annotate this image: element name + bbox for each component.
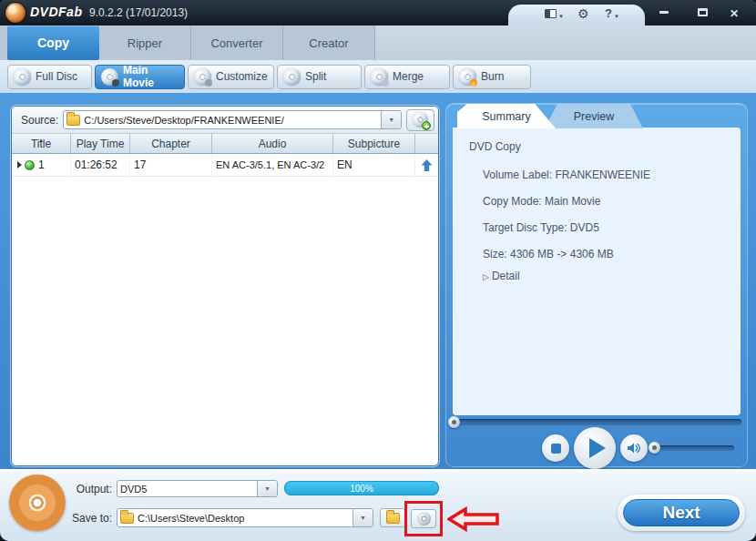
summary-content: DVD Copy Volume Label: FRANKENWEENIE Cop… xyxy=(453,128,741,415)
skin-menu-button[interactable] xyxy=(545,7,564,19)
expand-row-icon[interactable] xyxy=(17,161,22,168)
wrench-accent-icon xyxy=(205,79,212,87)
sort-ascending-icon xyxy=(38,132,44,145)
progress-value: 100% xyxy=(350,484,373,494)
open-folder-icon xyxy=(386,513,400,524)
play-button[interactable] xyxy=(574,427,616,469)
app-version: 9.0.2.2 (17/01/2013) xyxy=(89,6,188,19)
close-icon xyxy=(730,5,739,21)
disc-type-line: Target Disc Type: DVD5 xyxy=(483,221,599,234)
source-dropdown-button[interactable] xyxy=(381,111,401,128)
tab-preview[interactable]: Preview xyxy=(545,104,643,128)
annotation-highlight-box xyxy=(404,501,443,536)
disc-wrench-icon xyxy=(194,68,211,86)
gear-icon xyxy=(577,5,589,22)
close-button[interactable] xyxy=(722,5,746,19)
volume-button[interactable] xyxy=(620,434,648,462)
titlebar: DVDFab 9.0.2.2 (17/01/2013) ? xyxy=(0,0,756,26)
volume-slider[interactable] xyxy=(654,445,734,451)
stop-button[interactable] xyxy=(542,434,569,462)
mode-split-button[interactable]: Split xyxy=(277,65,362,89)
skin-icon xyxy=(545,9,557,18)
help-menu-button[interactable]: ? xyxy=(605,7,619,19)
mode-toolbar: Full Disc Main Movie Customize Split Mer… xyxy=(0,60,756,93)
disc-film-icon xyxy=(101,68,118,86)
help-icon: ? xyxy=(605,6,612,20)
annotation-arrow-icon xyxy=(447,506,500,532)
mode-main-movie-button[interactable]: Main Movie xyxy=(95,65,185,89)
table-row[interactable]: 1 01:26:52 17 EN AC-3/5.1, EN AC-3/2 EN xyxy=(12,154,438,177)
chapter-cell: 17 xyxy=(130,154,212,176)
title-cell: 1 xyxy=(12,154,71,176)
detail-expander[interactable]: Detail xyxy=(483,270,520,282)
disc-merge-icon xyxy=(371,68,388,86)
chevron-down-icon xyxy=(614,5,619,22)
column-header-chapter[interactable]: Chapter xyxy=(130,134,212,153)
subpicture-cell: EN xyxy=(333,154,415,176)
tab-ripper[interactable]: Ripper xyxy=(99,26,191,60)
column-header-play-time[interactable]: Play Time xyxy=(71,134,130,153)
mode-full-disc-button[interactable]: Full Disc xyxy=(7,65,92,89)
column-label: Play Time xyxy=(77,138,125,150)
tab-converter[interactable]: Converter xyxy=(191,26,283,60)
move-up-icon[interactable] xyxy=(421,159,433,171)
column-header-subpicture[interactable]: Subpicture xyxy=(333,134,415,153)
tabbar-filler xyxy=(375,26,756,60)
plus-badge-icon xyxy=(422,121,431,130)
minimize-button[interactable] xyxy=(652,5,676,19)
add-source-button[interactable] xyxy=(406,109,434,131)
mode-burn-button[interactable]: Burn xyxy=(453,65,531,89)
tab-summary[interactable]: Summary xyxy=(457,104,556,128)
mode-label: Merge xyxy=(393,70,424,83)
expand-detail-icon xyxy=(483,270,489,282)
play-time-cell: 01:26:52 xyxy=(71,154,130,176)
tab-creator[interactable]: Creator xyxy=(283,26,375,60)
column-header-audio[interactable]: Audio xyxy=(212,134,333,153)
mode-merge-button[interactable]: Merge xyxy=(364,65,450,89)
mode-customize-button[interactable]: Customize xyxy=(188,65,274,89)
detail-label: Detail xyxy=(492,270,520,282)
selected-title-icon xyxy=(25,160,35,170)
flame-accent-icon xyxy=(470,79,477,87)
disc-burn-icon xyxy=(459,68,476,86)
output-dropdown-button[interactable] xyxy=(257,481,277,496)
column-header-actions xyxy=(415,134,438,153)
maximize-icon xyxy=(698,8,708,16)
minimize-icon xyxy=(659,11,669,14)
folder-icon xyxy=(120,513,134,524)
disc-icon xyxy=(283,68,301,86)
next-button-frame: Next xyxy=(618,495,745,531)
source-path-value: C:/Users/Steve/Desktop/FRANKENWEENIE/ xyxy=(84,115,377,126)
tab-copy[interactable]: Copy xyxy=(7,26,99,60)
browse-folder-button[interactable] xyxy=(380,508,405,527)
mode-label: Burn xyxy=(481,70,504,83)
speaker-icon xyxy=(627,442,641,454)
folder-icon xyxy=(66,115,80,126)
dvdfab-logo-icon xyxy=(5,3,26,23)
seek-slider[interactable] xyxy=(452,419,741,425)
column-label: Chapter xyxy=(151,138,190,150)
column-label: Subpicture xyxy=(348,138,400,150)
main-tab-bar: Copy Ripper Converter Creator xyxy=(0,26,756,60)
source-panel: Source: C:/Users/Steve/Desktop/FRANKENWE… xyxy=(11,106,439,466)
mode-label: Main Movie xyxy=(123,64,175,89)
chevron-down-icon xyxy=(558,5,564,22)
column-header-title[interactable]: Title xyxy=(12,134,71,153)
disc-icon xyxy=(14,68,31,86)
save-to-label: Save to: xyxy=(0,512,112,525)
volume-slider-thumb[interactable] xyxy=(649,442,660,454)
workspace: Source: C:/Users/Steve/Desktop/FRANKENWE… xyxy=(0,93,756,469)
save-dropdown-button[interactable] xyxy=(352,509,373,526)
table-header: Title Play Time Chapter Audio Subpicture xyxy=(12,134,438,154)
progress-bar: 100% xyxy=(284,481,439,495)
settings-button[interactable] xyxy=(577,7,589,19)
info-panel: Summary Preview DVD Copy Volume Label: F… xyxy=(446,104,747,466)
output-combobox[interactable]: DVD5 xyxy=(117,480,278,497)
source-path-combobox[interactable]: C:/Users/Steve/Desktop/FRANKENWEENIE/ xyxy=(63,110,402,129)
source-label: Source: xyxy=(21,114,58,127)
maximize-button[interactable] xyxy=(690,5,714,19)
source-row: Source: C:/Users/Steve/Desktop/FRANKENWE… xyxy=(12,107,438,134)
save-path-combobox[interactable]: C:\Users\Steve\Desktop xyxy=(117,508,373,527)
next-button[interactable]: Next xyxy=(623,499,740,526)
seek-slider-thumb[interactable] xyxy=(448,416,460,428)
